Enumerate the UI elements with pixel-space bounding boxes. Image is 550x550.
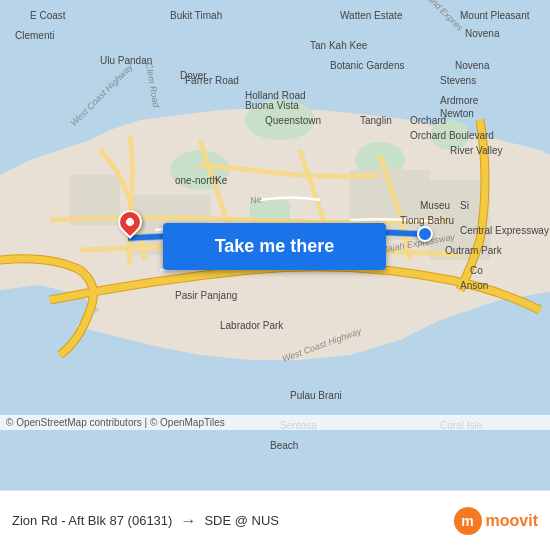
moovit-circle: m xyxy=(454,507,482,535)
moovit-m-letter: m xyxy=(461,513,473,529)
moovit-logo[interactable]: m moovit xyxy=(454,507,538,535)
arrow-icon: → xyxy=(180,512,196,530)
svg-point-3 xyxy=(245,100,315,140)
svg-point-5 xyxy=(170,150,230,190)
take-me-there-button[interactable]: Take me there xyxy=(163,223,386,270)
destination-dot xyxy=(417,226,433,242)
moovit-text: moovit xyxy=(486,512,538,530)
origin-label: Zion Rd - Aft Blk 87 (06131) xyxy=(12,513,172,528)
bottom-bar: Zion Rd - Aft Blk 87 (06131) → SDE @ NUS… xyxy=(0,490,550,550)
destination-label: SDE @ NUS xyxy=(204,513,279,528)
svg-point-6 xyxy=(430,120,470,150)
map-container: Bukit Timah Watten Estate Mount Pleasant… xyxy=(0,0,550,490)
origin-pin xyxy=(118,210,142,234)
route-info: Zion Rd - Aft Blk 87 (06131) → SDE @ NUS xyxy=(12,512,454,530)
copyright-text: © OpenStreetMap contributors | © OpenMap… xyxy=(6,417,225,428)
copyright-bar: © OpenStreetMap contributors | © OpenMap… xyxy=(0,415,550,430)
